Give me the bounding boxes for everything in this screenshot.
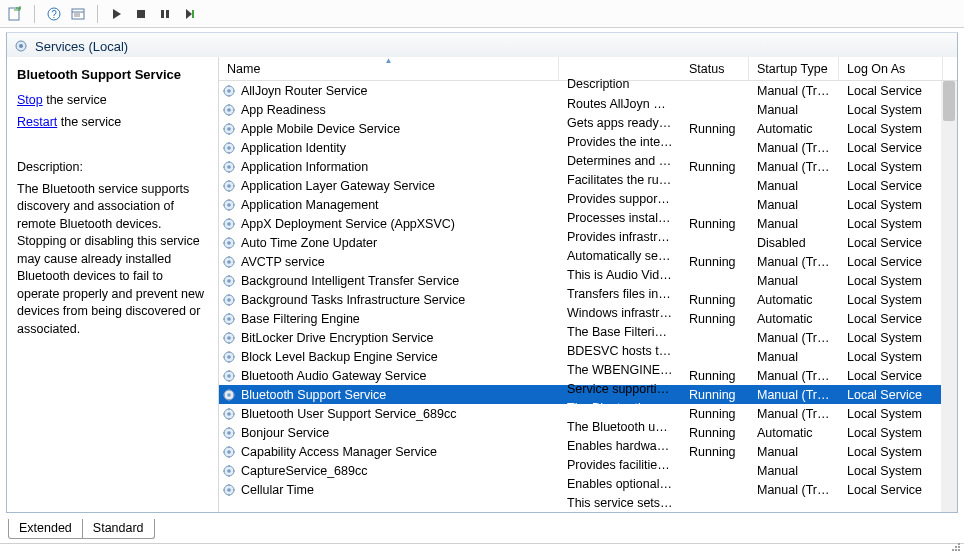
cell-startup: Manual: [749, 179, 839, 193]
cell-name: Base Filtering Engine: [219, 311, 559, 327]
svg-point-134: [227, 469, 231, 473]
col-startup[interactable]: Startup Type: [749, 57, 839, 80]
sort-asc-icon: ▲: [385, 57, 393, 65]
col-logon[interactable]: Log On As: [839, 57, 943, 80]
cell-startup: Automatic: [749, 312, 839, 326]
cell-logon: Local Service: [839, 388, 943, 402]
cell-description: Gets apps ready fo...: [559, 115, 681, 132]
cell-startup: Manual (Trig...: [749, 407, 839, 421]
col-name[interactable]: Name▲: [219, 57, 559, 80]
cell-name: Bluetooth Support Service: [219, 387, 559, 403]
cell-name: App Readiness: [219, 102, 559, 118]
cell-description: This service sets ti...: [559, 495, 681, 512]
cell-description: Windows infrastru...: [559, 305, 681, 322]
tab-extended[interactable]: Extended: [8, 519, 83, 539]
svg-rect-7: [137, 10, 145, 18]
cell-name: Application Identity: [219, 140, 559, 156]
export-icon[interactable]: [6, 5, 24, 23]
cell-status: Running: [681, 122, 749, 136]
stop-icon[interactable]: [132, 5, 150, 23]
cell-description: Provides infrastru...: [559, 229, 681, 246]
stop-service-line: Stop the service: [17, 92, 208, 110]
svg-point-44: [227, 184, 231, 188]
cell-logon: Local System: [839, 350, 943, 364]
restart-service-link[interactable]: Restart: [17, 115, 57, 129]
cell-description: Enables hardware ...: [559, 438, 681, 455]
cell-startup: Manual: [749, 464, 839, 478]
properties-icon[interactable]: [69, 5, 87, 23]
cell-logon: Local System: [839, 445, 943, 459]
scrollbar-thumb[interactable]: [943, 81, 955, 121]
cell-name: Apple Mobile Device Service: [219, 121, 559, 137]
cell-startup: Manual: [749, 217, 839, 231]
cell-startup: Manual (Trig...: [749, 160, 839, 174]
svg-point-62: [227, 241, 231, 245]
cell-name: Background Intelligent Transfer Service: [219, 273, 559, 289]
column-headers: Name▲ Description Status Startup Type Lo…: [219, 57, 957, 81]
svg-point-92: [227, 336, 231, 340]
cell-description: Provides the interf...: [559, 134, 681, 151]
restart-service-line: Restart the service: [17, 114, 208, 132]
cell-startup: Automatic: [749, 426, 839, 440]
resize-grip[interactable]: [948, 541, 962, 553]
cell-description: Enables optional s...: [559, 476, 681, 493]
gear-icon: [221, 292, 237, 308]
svg-point-128: [227, 450, 231, 454]
gear-icon: [221, 368, 237, 384]
svg-rect-146: [955, 549, 957, 551]
svg-rect-149: [955, 546, 957, 548]
gear-icon: [13, 38, 29, 54]
separator: [97, 5, 98, 23]
svg-point-98: [227, 355, 231, 359]
cell-startup: Manual (Trig...: [749, 84, 839, 98]
cell-description: Service supportin...: [559, 381, 681, 398]
gear-icon: [221, 216, 237, 232]
start-icon[interactable]: [108, 5, 126, 23]
restart-icon[interactable]: [180, 5, 198, 23]
cell-logon: Local System: [839, 293, 943, 307]
cell-name: Capability Access Manager Service: [219, 444, 559, 460]
svg-point-50: [227, 203, 231, 207]
cell-logon: Local Service: [839, 236, 943, 250]
svg-point-110: [227, 393, 231, 397]
svg-point-56: [227, 222, 231, 226]
svg-rect-147: [958, 546, 960, 548]
help-icon[interactable]: ?: [45, 5, 63, 23]
cell-status: Running: [681, 445, 749, 459]
cell-description: Processes installat...: [559, 210, 681, 227]
svg-rect-9: [166, 10, 169, 18]
cell-logon: Local Service: [839, 483, 943, 497]
cell-startup: Manual: [749, 274, 839, 288]
cell-status: Running: [681, 312, 749, 326]
stop-service-link[interactable]: Stop: [17, 93, 43, 107]
cell-startup: Manual: [749, 198, 839, 212]
tab-standard[interactable]: Standard: [82, 519, 155, 539]
service-row[interactable]: AllJoyn Router ServiceRoutes AllJoyn me.…: [219, 81, 957, 100]
col-status[interactable]: Status: [681, 57, 749, 80]
cell-status: Running: [681, 369, 749, 383]
cell-startup: Manual: [749, 445, 839, 459]
gear-icon: [221, 197, 237, 213]
gear-icon: [221, 235, 237, 251]
svg-point-86: [227, 317, 231, 321]
cell-logon: Local System: [839, 217, 943, 231]
rows-container: AllJoyn Router ServiceRoutes AllJoyn me.…: [219, 81, 957, 512]
cell-status: Running: [681, 160, 749, 174]
cell-logon: Local System: [839, 426, 943, 440]
cell-logon: Local System: [839, 122, 943, 136]
pause-icon[interactable]: [156, 5, 174, 23]
cell-startup: Manual (Trig...: [749, 483, 839, 497]
cell-name: Application Information: [219, 159, 559, 175]
vertical-scrollbar[interactable]: [941, 81, 957, 512]
cell-logon: Local System: [839, 407, 943, 421]
cell-logon: Local System: [839, 274, 943, 288]
cell-startup: Manual (Trig...: [749, 369, 839, 383]
cell-startup: Manual (Trig...: [749, 255, 839, 269]
cell-description: BDESVC hosts the ...: [559, 343, 681, 360]
gear-icon: [221, 159, 237, 175]
svg-point-140: [227, 488, 231, 492]
cell-status: Running: [681, 388, 749, 402]
svg-point-14: [227, 89, 231, 93]
cell-logon: Local Service: [839, 255, 943, 269]
cell-description: This is Audio Vide...: [559, 267, 681, 284]
